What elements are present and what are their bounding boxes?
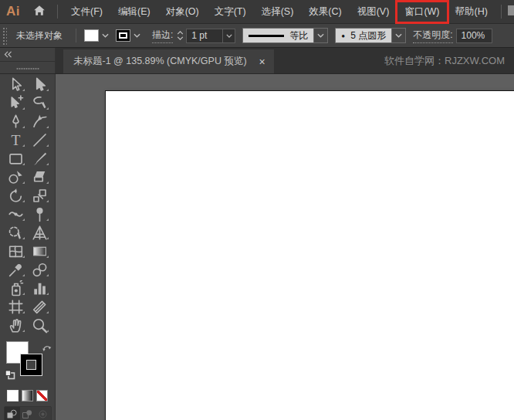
draw-behind-button[interactable]	[20, 407, 36, 420]
menu-effect[interactable]: 效果(C)	[302, 2, 348, 22]
toolbar-collapse-button[interactable]	[0, 48, 55, 62]
pen-tool[interactable]	[4, 112, 28, 130]
home-button[interactable]	[27, 0, 52, 23]
fill-stroke-controls	[4, 341, 52, 384]
eraser-tool[interactable]	[28, 168, 52, 186]
tools-panel: T	[0, 74, 56, 420]
puppet-warp-tool[interactable]	[28, 205, 52, 223]
menu-edit[interactable]: 编辑(E)	[111, 2, 157, 22]
stroke-color-picker[interactable]	[116, 28, 143, 43]
control-bar: 未选择对象 描边: 1 pt 等	[0, 24, 514, 48]
swap-fill-stroke-icon[interactable]	[42, 341, 52, 355]
zoom-tool[interactable]	[28, 316, 52, 334]
lasso-tool[interactable]	[28, 93, 52, 112]
selection-tool[interactable]	[4, 75, 28, 93]
hand-tool[interactable]	[4, 316, 28, 334]
slice-tool[interactable]	[28, 297, 52, 316]
brush-value: 5 点圆形	[350, 29, 386, 42]
artboard[interactable]	[105, 90, 514, 420]
stroke-color-proxy[interactable]	[20, 354, 42, 376]
menu-help[interactable]: 帮助(H)	[448, 2, 495, 22]
stepper-down-icon	[177, 36, 184, 40]
mesh-tool[interactable]	[4, 242, 28, 260]
menu-type[interactable]: 文字(T)	[208, 2, 253, 22]
gradient-tool[interactable]	[28, 242, 52, 260]
color-fill-button[interactable]	[7, 390, 19, 401]
brush-dot-icon: ●	[341, 32, 345, 39]
opacity-panel-link[interactable]: 不透明度:	[413, 29, 452, 43]
perspective-selection-tool[interactable]	[4, 223, 28, 242]
draw-inside-icon	[37, 409, 49, 419]
app-logo: Ai	[0, 4, 27, 19]
draw-normal-icon	[6, 409, 18, 419]
toolbar-drag-handle[interactable]	[0, 62, 55, 73]
menu-window[interactable]: 窗口(W)	[397, 2, 446, 22]
brush-definition-dropdown[interactable]: ● 5 点圆形	[335, 28, 406, 43]
document-tab-title: 未标题-1 @ 135.89% (CMYK/GPU 预览)	[73, 55, 247, 68]
stepper-up-icon	[177, 31, 184, 35]
document-tab-bar: 未标题-1 @ 135.89% (CMYK/GPU 预览) × 软件自学网：RJ…	[0, 48, 514, 74]
curvature-tool[interactable]	[28, 112, 52, 130]
stroke-width-value: 1 pt	[187, 30, 222, 41]
stroke-profile-dropdown[interactable]: 等比	[242, 28, 328, 43]
main-area: T	[0, 74, 514, 420]
none-fill-button[interactable]	[36, 390, 48, 401]
document-tab[interactable]: 未标题-1 @ 135.89% (CMYK/GPU 预览) ×	[63, 49, 274, 73]
drawing-mode-buttons	[4, 406, 52, 420]
stroke-panel-link[interactable]: 描边:	[152, 29, 173, 43]
paintbrush-tool[interactable]	[28, 149, 52, 168]
close-tab-icon[interactable]: ×	[259, 56, 265, 67]
opacity-input[interactable]: 100%	[456, 29, 492, 43]
watermark-text: 软件自学网：RJZXW.COM	[384, 54, 514, 68]
line-segment-tool[interactable]	[28, 130, 52, 149]
chevron-down-icon	[99, 29, 111, 42]
draw-inside-button[interactable]	[36, 407, 51, 420]
stroke-width-stepper[interactable]	[177, 31, 184, 40]
divider	[57, 5, 58, 19]
menu-bar: Ai 文件(F) 编辑(E) 对象(O) 文字(T) 选择(S) 效果(C) 视…	[0, 0, 514, 24]
divider	[76, 29, 76, 42]
chevron-down-icon	[130, 29, 143, 42]
rotate-tool[interactable]	[4, 186, 28, 205]
type-tool[interactable]: T	[4, 130, 28, 149]
canvas-pasteboard	[56, 74, 514, 420]
tool-grid: T	[4, 75, 52, 334]
blend-tool[interactable]	[28, 260, 52, 279]
svg-text:T: T	[11, 132, 20, 148]
chevron-down-icon	[313, 28, 328, 43]
direct-selection-tool[interactable]	[28, 75, 52, 93]
stroke-swatch	[116, 29, 130, 42]
home-icon	[33, 5, 46, 19]
draw-normal-button[interactable]	[5, 407, 20, 420]
stroke-width-input[interactable]: 1 pt	[186, 29, 235, 43]
fill-type-buttons	[7, 390, 48, 401]
default-fill-stroke-icon[interactable]	[5, 369, 15, 383]
group-selection-tool[interactable]	[4, 93, 28, 112]
workspace-switcher[interactable]	[495, 5, 514, 19]
menu-view[interactable]: 视图(V)	[350, 2, 397, 22]
menu-file[interactable]: 文件(F)	[64, 2, 110, 22]
workspace-layout-icon	[507, 5, 514, 19]
symbol-sprayer-tool[interactable]	[4, 279, 28, 297]
draw-behind-icon	[22, 409, 33, 419]
divider	[501, 5, 502, 19]
fill-color-picker[interactable]	[84, 28, 111, 43]
chevron-down-icon	[391, 28, 406, 43]
width-tool[interactable]	[4, 205, 28, 223]
perspective-grid-tool[interactable]	[28, 223, 52, 242]
rectangle-tool[interactable]	[4, 149, 28, 168]
double-chevron-left-icon	[4, 51, 12, 58]
eyedropper-tool[interactable]	[4, 260, 28, 279]
chevron-down-icon	[222, 29, 235, 42]
menu-select[interactable]: 选择(S)	[255, 2, 301, 22]
stroke-profile-value: 等比	[289, 29, 308, 42]
brush-preview: ● 5 点圆形	[335, 28, 391, 43]
toolbar-panel-header	[0, 48, 56, 73]
gradient-fill-button[interactable]	[22, 390, 33, 401]
scale-tool[interactable]	[28, 186, 52, 205]
panel-drag-handle[interactable]	[2, 26, 7, 45]
menu-object[interactable]: 对象(O)	[159, 2, 206, 22]
column-graph-tool[interactable]	[28, 279, 52, 297]
artboard-tool[interactable]	[4, 297, 28, 316]
shape-builder-tool[interactable]	[4, 168, 28, 186]
